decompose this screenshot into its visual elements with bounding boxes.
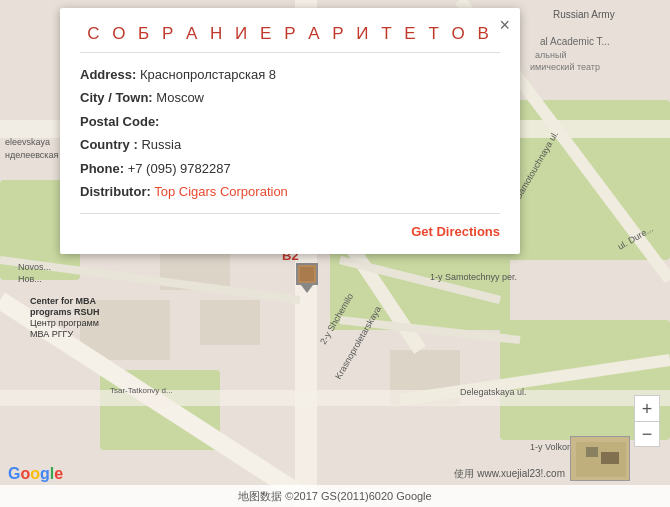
svg-text:1-y Samotechnyy per.: 1-y Samotechnyy per. — [430, 272, 517, 282]
city-line: City / Town: Moscow — [80, 86, 500, 109]
phone-value: +7 (095) 9782287 — [128, 161, 231, 176]
phone-label: Phone: — [80, 161, 124, 176]
get-directions-link[interactable]: Get Directions — [411, 224, 500, 239]
map-thumbnail — [570, 436, 630, 481]
svg-text:Delegatskaya ul.: Delegatskaya ul. — [460, 387, 527, 397]
svg-rect-18 — [0, 390, 670, 406]
country-line: Country : Russia — [80, 133, 500, 156]
popup-title: С О Б Р А Н И Е Р А Р И Т Е Т О В — [80, 24, 500, 53]
svg-text:Russian Army: Russian Army — [553, 9, 615, 20]
svg-rect-10 — [200, 300, 260, 345]
country-label: Country : — [80, 137, 138, 152]
svg-text:Center for MBA: Center for MBA — [30, 296, 97, 306]
distributor-label: Distributor: — [80, 184, 151, 199]
phone-line: Phone: +7 (095) 9782287 — [80, 157, 500, 180]
popup-footer: Get Directions — [80, 213, 500, 240]
svg-text:eleevskaya: eleevskaya — [5, 137, 50, 147]
svg-text:Нов...: Нов... — [18, 274, 42, 284]
popup-body: Address: Краснопролстарская 8 City / Tow… — [80, 63, 500, 203]
distributor-line: Distributor: Top Cigars Corporation — [80, 180, 500, 203]
footer-copyright: 地图数据 ©2017 GS(2011)6020 Google — [238, 489, 431, 504]
svg-text:нделеевская: нделеевская — [5, 150, 59, 160]
svg-text:al Academic T...: al Academic T... — [540, 36, 610, 47]
map-bottom-bar: 地图数据 ©2017 GS(2011)6020 Google — [0, 485, 670, 507]
address-value: Краснопролстарская 8 — [140, 67, 276, 82]
svg-text:programs RSUH: programs RSUH — [30, 307, 100, 317]
map-pin-triangle — [301, 285, 313, 293]
watermark-text: 使用 www.xuejial23!.com — [454, 467, 565, 481]
postal-label: Postal Code: — [80, 114, 159, 129]
svg-text:Tsar-Tatkonvy d...: Tsar-Tatkonvy d... — [110, 386, 173, 395]
popup-close-button[interactable]: × — [499, 16, 510, 34]
map-pin-marker — [296, 263, 318, 285]
svg-rect-46 — [300, 267, 314, 281]
svg-text:альный: альный — [535, 50, 566, 60]
distributor-link[interactable]: Top Cigars Corporation — [154, 184, 288, 199]
country-value: Russia — [141, 137, 181, 152]
zoom-out-button[interactable]: − — [634, 421, 660, 447]
zoom-in-button[interactable]: + — [634, 395, 660, 421]
svg-rect-50 — [601, 452, 619, 464]
city-value: Moscow — [156, 90, 204, 105]
watermark-label: 使用 www.xuejial23!.com — [454, 468, 565, 479]
svg-rect-49 — [586, 447, 598, 457]
postal-line: Postal Code: — [80, 110, 500, 133]
address-label: Address: — [80, 67, 136, 82]
google-logo: Google — [8, 465, 63, 483]
info-popup: С О Б Р А Н И Е Р А Р И Т Е Т О В × Addr… — [60, 8, 520, 254]
zoom-controls: + − — [634, 395, 660, 447]
svg-text:МВА РГГУ: МВА РГГУ — [30, 329, 73, 339]
svg-text:Центр программ: Центр программ — [30, 318, 99, 328]
city-label: City / Town: — [80, 90, 153, 105]
svg-text:Novos...: Novos... — [18, 262, 51, 272]
address-line: Address: Краснопролстарская 8 — [80, 63, 500, 86]
map-container: al Academic T... Russian Army альный ими… — [0, 0, 670, 507]
svg-text:имический театр: имический театр — [530, 62, 600, 72]
